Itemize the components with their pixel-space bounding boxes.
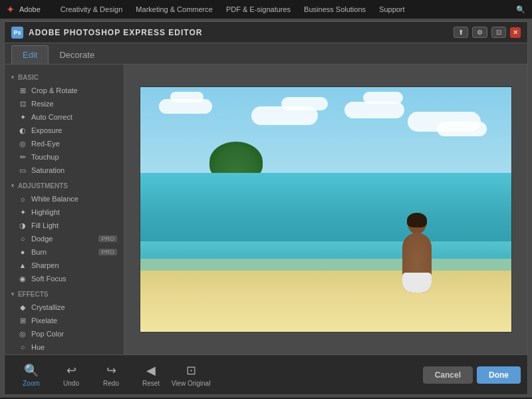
- sidebar-item-soft-focus[interactable]: ◉ Soft Focus: [5, 272, 124, 285]
- redo-label: Redo: [103, 380, 119, 387]
- done-button[interactable]: Done: [477, 366, 521, 384]
- tool-redo[interactable]: ↪ Redo: [91, 358, 131, 392]
- shallow-water-layer: [140, 241, 511, 271]
- share-button[interactable]: ⬆: [454, 27, 468, 38]
- sidebar-item-saturation[interactable]: ▭ Saturation: [5, 164, 124, 177]
- sidebar-item-pop-color[interactable]: ◎ Pop Color: [5, 327, 124, 340]
- sidebar-item-red-eye[interactable]: ◎ Red-Eye: [5, 137, 124, 150]
- saturation-label: Saturation: [31, 166, 65, 174]
- adobe-logo-icon: ✦: [7, 5, 14, 15]
- undo-label: Undo: [63, 380, 79, 387]
- burn-badge: PRO: [98, 249, 117, 255]
- settings-button[interactable]: ⚙: [472, 27, 487, 38]
- sidebar-item-burn[interactable]: ● Burn PRO: [5, 245, 124, 259]
- sidebar-item-crop-rotate[interactable]: ⊞ Crop & Rotate: [5, 84, 124, 97]
- editor-container: Ps ADOBE PHOTOSHOP EXPRESS EDITOR ⬆ ⚙ ⊡ …: [4, 21, 528, 395]
- section-effects[interactable]: ▼ EFFECTS: [5, 288, 124, 301]
- cloud-8: [437, 122, 487, 136]
- white-balance-icon: ☼: [18, 194, 27, 203]
- sharpen-icon: ▲: [18, 261, 27, 270]
- header-icons: ⬆ ⚙ ⊡ ✕: [454, 27, 521, 38]
- cloud-5: [344, 102, 404, 118]
- sidebar-item-exposure[interactable]: ◐ Exposure: [5, 124, 124, 137]
- pop-color-label: Pop Color: [31, 330, 64, 338]
- sidebar-item-dodge[interactable]: ○ Dodge PRO: [5, 232, 124, 245]
- main-body: ▼ BASIC ⊞ Crop & Rotate ⊡ Resize ✦ Auto …: [5, 65, 527, 354]
- section-basic[interactable]: ▼ BASIC: [5, 71, 124, 84]
- cancel-button[interactable]: Cancel: [423, 366, 473, 384]
- section-adjustments-label: ADJUSTMENTS: [18, 182, 68, 190]
- burn-icon: ●: [18, 247, 27, 257]
- bottom-toolbar: 🔍 Zoom ↩ Undo ↪ Redo ◀ Reset ⊡ View Orig…: [5, 354, 527, 394]
- sidebar-item-touchup[interactable]: ✏ Touchup: [5, 150, 124, 164]
- sidebar-item-white-balance[interactable]: ☼ White Balance: [5, 192, 124, 205]
- fill-light-label: Fill Light: [31, 221, 59, 229]
- white-balance-label: White Balance: [31, 195, 78, 203]
- nav-links: Creativity & Design Marketing & Commerce…: [61, 5, 405, 13]
- view-original-label: View Original: [172, 380, 211, 387]
- sidebar-item-resize[interactable]: ⊡ Resize: [5, 97, 124, 110]
- exposure-icon: ◐: [18, 126, 27, 135]
- tool-reset[interactable]: ◀ Reset: [131, 358, 171, 392]
- nav-creativity[interactable]: Creativity & Design: [61, 5, 123, 13]
- sidebar-item-highlight[interactable]: ✦ Highlight: [5, 205, 124, 219]
- tool-undo[interactable]: ↩ Undo: [51, 358, 91, 392]
- pop-color-icon: ◎: [18, 329, 27, 338]
- sidebar-item-auto-correct[interactable]: ✦ Auto Correct: [5, 110, 124, 124]
- section-adjustments-arrow: ▼: [10, 183, 15, 189]
- highlight-label: Highlight: [31, 208, 60, 216]
- sidebar-item-fill-light[interactable]: ◑ Fill Light: [5, 219, 124, 232]
- undo-icon: ↩: [66, 363, 76, 378]
- auto-correct-icon: ✦: [18, 112, 27, 122]
- nav-pdf[interactable]: PDF & E-signatures: [226, 5, 291, 13]
- search-icon[interactable]: 🔍: [516, 5, 525, 14]
- tab-decorate[interactable]: Decorate: [49, 46, 105, 64]
- person-body: [402, 233, 432, 293]
- section-adjustments[interactable]: ▼ ADJUSTMENTS: [5, 180, 124, 192]
- resize-label: Resize: [31, 100, 54, 108]
- layout-button[interactable]: ⊡: [491, 27, 506, 38]
- dodge-badge: PRO: [98, 235, 117, 242]
- crop-rotate-icon: ⊞: [18, 86, 27, 95]
- touchup-label: Touchup: [31, 153, 59, 161]
- section-basic-label: BASIC: [18, 74, 39, 81]
- nav-marketing[interactable]: Marketing & Commerce: [136, 5, 213, 13]
- hue-label: Hue: [31, 343, 45, 351]
- tab-edit[interactable]: Edit: [11, 45, 49, 64]
- exposure-label: Exposure: [31, 126, 62, 134]
- tool-zoom[interactable]: 🔍 Zoom: [11, 358, 51, 392]
- nav-business[interactable]: Business Solutions: [304, 5, 366, 13]
- tool-view-original[interactable]: ⊡ View Original: [171, 358, 211, 392]
- hue-icon: ○: [18, 342, 27, 352]
- adobe-brand-text: Adobe: [19, 5, 41, 13]
- top-navigation: ✦ Adobe Creativity & Design Marketing & …: [0, 0, 532, 19]
- dodge-icon: ○: [18, 234, 27, 243]
- resize-icon: ⊡: [18, 99, 27, 108]
- pixelate-icon: ⊞: [18, 316, 27, 325]
- person-hair: [407, 213, 427, 227]
- view-original-icon: ⊡: [186, 363, 196, 378]
- cloud-4: [281, 97, 328, 110]
- sidebar: ▼ BASIC ⊞ Crop & Rotate ⊡ Resize ✦ Auto …: [5, 65, 124, 354]
- section-effects-label: EFFECTS: [18, 291, 49, 298]
- canvas-area: [124, 65, 527, 354]
- redo-icon: ↪: [106, 363, 116, 378]
- section-effects-arrow: ▼: [10, 291, 15, 297]
- soft-focus-label: Soft Focus: [31, 275, 66, 283]
- crop-rotate-label: Crop & Rotate: [31, 86, 78, 94]
- reset-label: Reset: [142, 380, 160, 387]
- close-button[interactable]: ✕: [510, 27, 521, 38]
- red-eye-label: Red-Eye: [31, 140, 60, 148]
- photoshop-icon: Ps: [11, 27, 23, 39]
- sidebar-item-sharpen[interactable]: ▲ Sharpen: [5, 259, 124, 272]
- zoom-icon: 🔍: [24, 363, 39, 378]
- editor-title: ADOBE PHOTOSHOP EXPRESS EDITOR: [29, 28, 202, 37]
- burn-label: Burn: [31, 248, 47, 256]
- red-eye-icon: ◎: [18, 139, 27, 148]
- nav-support[interactable]: Support: [379, 5, 405, 13]
- sidebar-item-crystallize[interactable]: ◆ Crystallize: [5, 301, 124, 314]
- sidebar-item-hue[interactable]: ○ Hue: [5, 340, 124, 354]
- pixelate-label: Pixelate: [31, 317, 57, 325]
- sidebar-item-pixelate[interactable]: ⊞ Pixelate: [5, 314, 124, 327]
- editor-header: Ps ADOBE PHOTOSHOP EXPRESS EDITOR ⬆ ⚙ ⊡ …: [5, 22, 527, 43]
